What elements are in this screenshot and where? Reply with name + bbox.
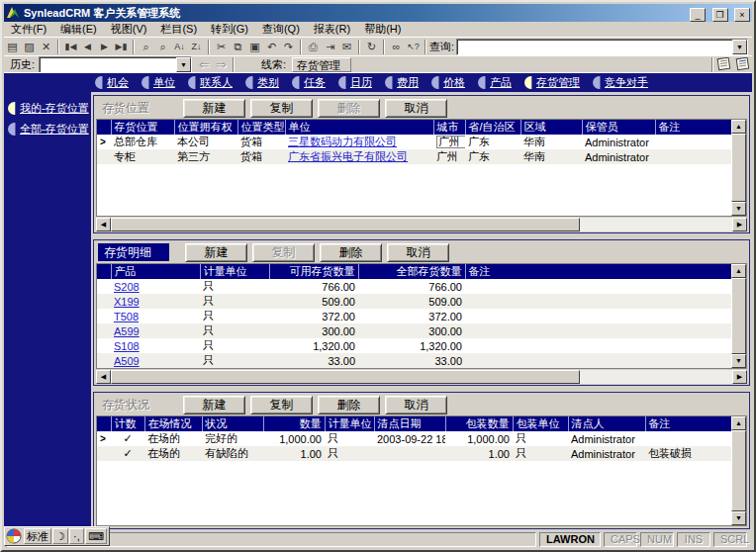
history-combobox[interactable]: ▼ [39, 56, 192, 73]
restore-button[interactable]: ❐ [712, 8, 728, 22]
table-row[interactable]: S108 只 1,320.00 1,320.00 [97, 338, 731, 353]
scroll-down-icon[interactable]: ▼ [731, 202, 746, 216]
cancel-button[interactable]: 取消 [385, 99, 447, 118]
column-header[interactable]: 计量单位 [325, 416, 374, 431]
preview-icon[interactable]: ⌕ [154, 39, 171, 54]
scroll-right-icon[interactable]: ▶ [732, 218, 747, 231]
product-link[interactable]: S208 [114, 281, 140, 293]
column-header[interactable]: 全部存货数量 [358, 264, 465, 279]
query-dropdown-icon[interactable]: ▼ [732, 40, 747, 54]
tab-contacts[interactable]: 联系人 [188, 75, 233, 90]
vertical-scrollbar[interactable]: ▲ ▼ [731, 120, 746, 216]
column-header[interactable]: 城市 [433, 120, 465, 135]
tab-inventory[interactable]: 存货管理 [524, 75, 580, 90]
product-link[interactable]: X199 [114, 296, 140, 308]
table-row[interactable]: T208 只 477.00 477.00 [97, 368, 731, 369]
table-row[interactable]: > ✓ 在场的 完好的 1,000.00 只 2003-09-22 18:47 … [97, 431, 731, 446]
search-icon[interactable]: ⌕ [138, 39, 154, 54]
horizontal-scrollbar[interactable]: ◀ ▶ [96, 218, 747, 231]
column-header[interactable]: 包装单位 [513, 416, 568, 431]
undo-icon[interactable]: ↶ [263, 39, 280, 54]
product-link[interactable]: S108 [114, 340, 140, 352]
cut-icon[interactable]: ✂ [213, 39, 230, 54]
refresh-icon[interactable]: ↻ [363, 39, 380, 54]
notebook-icon[interactable] [735, 57, 750, 71]
column-header[interactable]: 省/自治区 [465, 120, 520, 135]
scrollbar-thumb[interactable] [731, 278, 746, 354]
tab-category[interactable]: 类别 [245, 75, 279, 90]
menu-report[interactable]: 报表(R) [307, 21, 357, 38]
scroll-down-icon[interactable]: ▼ [731, 354, 746, 368]
sort-descending-icon[interactable]: Z↓ [188, 39, 205, 54]
horizontal-scrollbar[interactable]: ◀ ▶ [96, 370, 747, 384]
delete-record-icon[interactable]: ✕ [38, 39, 54, 54]
tab-product[interactable]: 产品 [478, 75, 512, 90]
column-header[interactable]: 保管员 [582, 120, 655, 135]
new-button[interactable]: 新建 [183, 99, 245, 118]
tab-opportunity[interactable]: 机会 [95, 75, 129, 90]
city-edit-cell[interactable]: 广州 [436, 136, 465, 148]
send-icon[interactable]: ✉ [338, 39, 355, 54]
menu-query[interactable]: 查询(Q) [255, 21, 307, 38]
table-row[interactable]: A599 只 300.00 300.00 [97, 323, 731, 338]
delete-button[interactable]: 删除 [318, 396, 380, 414]
query-combobox[interactable]: ▼ [456, 39, 748, 55]
scrollbar-thumb[interactable] [111, 370, 580, 384]
table-row[interactable]: S208 只 766.00 766.00 [97, 279, 731, 294]
column-header[interactable]: 计数 [111, 416, 144, 431]
new-record-icon[interactable]: ▤ [4, 39, 21, 54]
counted-checkmark[interactable]: ✓ [111, 431, 144, 446]
table-row[interactable]: T508 只 372.00 372.00 [97, 309, 731, 323]
cancel-button[interactable]: 取消 [387, 243, 449, 262]
scroll-left-icon[interactable]: ◀ [96, 218, 111, 231]
last-record-icon[interactable]: ▶▮ [113, 39, 130, 54]
table-row[interactable]: X199 只 509.00 509.00 [97, 294, 731, 309]
scrollbar-thumb[interactable] [731, 430, 746, 511]
vertical-scrollbar[interactable]: ▲ ▼ [731, 416, 746, 525]
delete-button[interactable]: 删除 [320, 243, 382, 262]
paste-icon[interactable]: ▣ [246, 39, 263, 54]
new-button[interactable]: 新建 [185, 243, 247, 262]
redo-icon[interactable]: ↷ [280, 39, 297, 54]
column-header[interactable]: 位置拥有权 [174, 120, 237, 135]
scrollbar-thumb[interactable] [731, 134, 746, 202]
ime-punctuation-icon[interactable]: ·, [69, 528, 84, 544]
scroll-up-icon[interactable]: ▲ [731, 264, 746, 278]
history-forward-icon[interactable]: ⇒ [216, 57, 227, 72]
menu-help[interactable]: 帮助(H) [357, 21, 408, 38]
cancel-button[interactable]: 取消 [385, 396, 447, 414]
column-header[interactable]: 备注 [465, 264, 731, 279]
scroll-up-icon[interactable]: ▲ [731, 120, 746, 134]
address-book-icon[interactable] [716, 57, 731, 71]
company-link[interactable]: 广东省振兴电子有限公司 [288, 150, 408, 162]
history-combobox-field[interactable] [40, 57, 176, 72]
company-link[interactable]: 三星数码动力有限公司 [288, 136, 397, 147]
menu-view[interactable]: 视图(V) [104, 21, 154, 38]
column-header[interactable]: 可用存货数量 [269, 264, 358, 279]
query-combobox-field[interactable] [457, 40, 732, 54]
product-link[interactable]: T508 [114, 311, 139, 322]
scrollbar-thumb[interactable] [111, 218, 580, 231]
scroll-right-icon[interactable]: ▶ [732, 370, 747, 384]
find-binoculars-icon[interactable]: ∞ [388, 39, 405, 54]
minimize-button[interactable]: _ [690, 8, 706, 22]
tab-expense[interactable]: 费用 [385, 75, 419, 90]
scroll-up-icon[interactable]: ▲ [731, 416, 746, 430]
tab-tasks[interactable]: 任务 [292, 75, 326, 90]
new-button[interactable]: 新建 [183, 396, 245, 414]
history-dropdown-icon[interactable]: ▼ [176, 57, 191, 72]
export-icon[interactable]: ⇥ [322, 39, 338, 54]
column-header[interactable]: 计量单位 [200, 264, 269, 279]
product-link[interactable]: A509 [114, 355, 140, 367]
product-link[interactable]: A599 [114, 325, 140, 337]
column-header[interactable]: 包装数量 [445, 416, 513, 431]
column-header[interactable]: 位置类型 [237, 120, 285, 135]
counted-checkmark[interactable]: ✓ [111, 446, 144, 461]
tab-price[interactable]: 价格 [431, 75, 465, 90]
print-icon[interactable]: ⎙ [305, 39, 322, 54]
column-header[interactable]: 备注 [645, 416, 731, 431]
scroll-down-icon[interactable]: ▼ [731, 511, 746, 525]
sidebar-item-my-inventory-locations[interactable]: 我的-存货位置 [4, 98, 91, 119]
column-header[interactable]: 在场情况 [144, 416, 202, 431]
prev-record-icon[interactable]: ◀ [79, 39, 96, 54]
